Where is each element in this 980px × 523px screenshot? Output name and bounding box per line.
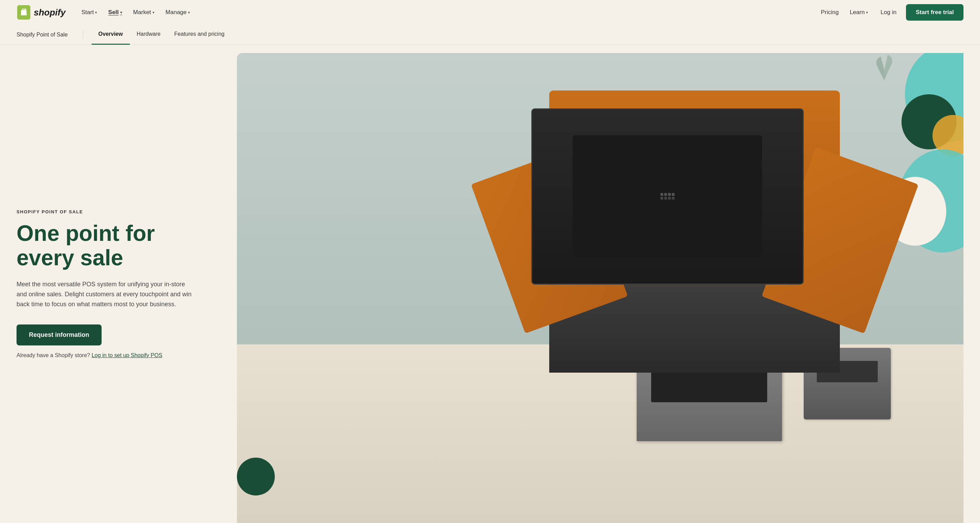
nav-item-start[interactable]: Start ▾ (76, 6, 102, 19)
pricing-label: Pricing (821, 9, 839, 16)
subnav-item-hardware[interactable]: Hardware (130, 25, 167, 45)
hero-title: One point for every sale (16, 221, 216, 270)
chevron-down-icon: ▾ (95, 10, 97, 15)
nav-secondary: Pricing Learn ▾ Log in Start free trial (818, 4, 964, 21)
nav-learn-link[interactable]: Learn ▾ (847, 6, 871, 19)
nav-item-manage[interactable]: Manage ▾ (161, 6, 195, 19)
request-information-button[interactable]: Request information (16, 325, 102, 345)
subnav: Shopify Point of Sale Overview Hardware … (0, 25, 980, 45)
chevron-down-icon: ▾ (153, 10, 154, 15)
chevron-down-icon: ▾ (188, 10, 190, 15)
hero-section: SHOPIFY POINT OF SALE One point for ever… (0, 45, 980, 523)
nav-item-sell[interactable]: Sell ▾ (103, 6, 127, 19)
tablet-grid (658, 190, 677, 202)
nav-primary: Start ▾ Sell ▾ Market ▾ Manage ▾ (76, 6, 818, 19)
hero-subtitle: Meet the most versatile POS system for u… (16, 279, 196, 309)
subnav-item-overview[interactable]: Overview (92, 25, 130, 45)
tablet-screen (573, 135, 762, 257)
login-label: Log in (880, 9, 896, 16)
hero-image (237, 45, 964, 523)
nav-sell-label: Sell (108, 9, 118, 16)
nav-pricing-link[interactable]: Pricing (818, 6, 842, 19)
subnav-item-features-pricing[interactable]: Features and pricing (167, 25, 231, 45)
nav-market-label: Market (133, 9, 151, 16)
chevron-down-icon: ▾ (866, 10, 868, 15)
logo-link[interactable]: shopify (16, 5, 65, 20)
nav-start-label: Start (81, 9, 94, 16)
nav-manage-label: Manage (165, 9, 187, 16)
shopify-bag-icon (16, 5, 31, 20)
deco-dark-circle (237, 458, 275, 496)
hero-eyebrow: SHOPIFY POINT OF SALE (16, 209, 216, 214)
scene-background (237, 53, 964, 523)
hero-login-prompt: Already have a Shopify store? Log in to … (16, 352, 216, 358)
tablet-device (531, 108, 804, 285)
main-nav: shopify Start ▾ Sell ▾ Market ▾ Manage ▾… (0, 0, 980, 25)
chevron-down-icon: ▾ (120, 10, 122, 15)
subnav-brand: Shopify Point of Sale (16, 32, 75, 38)
learn-label: Learn (850, 9, 865, 16)
hero-login-link[interactable]: Log in to set up Shopify POS (92, 352, 162, 358)
hero-content: SHOPIFY POINT OF SALE One point for ever… (16, 45, 237, 523)
subnav-divider (83, 31, 83, 39)
logo-text: shopify (34, 7, 65, 18)
hero-scene (237, 53, 964, 523)
nav-item-market[interactable]: Market ▾ (129, 6, 159, 19)
plant-decoration (874, 53, 895, 81)
login-link[interactable]: Log in (877, 6, 900, 19)
person-figure (513, 53, 877, 372)
start-trial-button[interactable]: Start free trial (906, 4, 964, 21)
